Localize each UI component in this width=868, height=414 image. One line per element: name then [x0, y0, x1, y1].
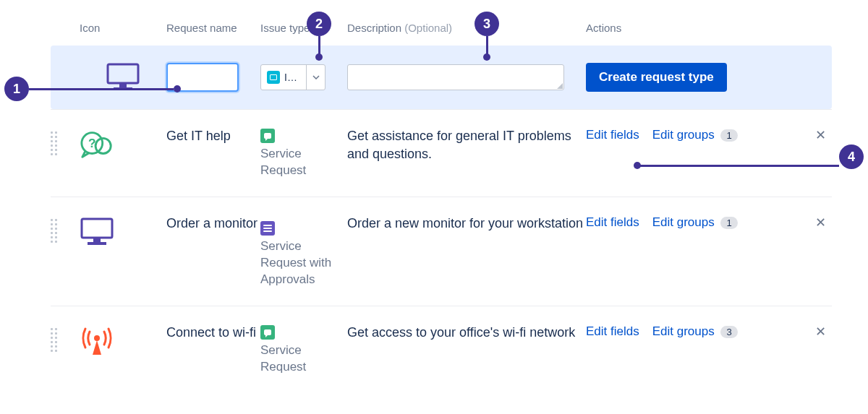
monitor-icon: [80, 215, 114, 249]
groups-count-badge: 1: [720, 129, 737, 142]
edit-fields-link[interactable]: Edit fields: [586, 215, 639, 230]
edit-fields-link[interactable]: Edit fields: [586, 128, 639, 142]
issue-type-cell: Service Request with Approvals: [260, 215, 347, 288]
actions-cell: Edit fields Edit groups 1 ✕: [586, 127, 832, 143]
service-request-approvals-icon: [260, 221, 275, 236]
service-request-icon: [260, 129, 275, 143]
svg-rect-0: [108, 64, 138, 83]
description: Get assistance for general IT problems a…: [347, 127, 586, 163]
svg-rect-6: [82, 219, 112, 238]
col-header-description: Description (Optional): [347, 19, 586, 34]
create-request-row: I… Create request type: [51, 46, 832, 109]
drag-handle-icon[interactable]: [51, 219, 61, 242]
svg-text:?: ?: [88, 136, 96, 150]
close-icon[interactable]: ✕: [815, 127, 832, 143]
col-header-name: Request name: [166, 19, 260, 34]
description: Get access to your office's wi-fi networ…: [347, 324, 586, 342]
description-input[interactable]: [347, 64, 564, 90]
col-header-issue: Issue type: [260, 19, 347, 34]
issue-type-icon: [267, 71, 280, 84]
request-name: Connect to wi-fi: [166, 324, 260, 341]
description: Order a new monitor for your workstation: [347, 215, 586, 233]
callout-1: 1: [4, 77, 29, 101]
callout-3: 3: [475, 12, 499, 36]
callout-2: 2: [307, 12, 331, 36]
col-header-actions: Actions: [586, 19, 832, 34]
drag-handle-icon[interactable]: [51, 131, 61, 155]
table-header: Icon Request name Issue type Description…: [51, 19, 832, 46]
question-bubble-icon: ?: [80, 127, 114, 162]
svg-rect-1: [119, 83, 127, 87]
drag-handle-icon[interactable]: [51, 328, 61, 351]
table-row: Connect to wi-fi Service Request Get acc…: [51, 306, 832, 393]
groups-count-badge: 1: [720, 217, 737, 229]
groups-count-badge: 3: [720, 326, 737, 338]
callout-4: 4: [839, 145, 864, 169]
edit-groups-link[interactable]: Edit groups: [652, 215, 715, 229]
table-row: Order a monitor Service Request with App…: [51, 197, 832, 306]
actions-cell: Edit fields Edit groups 3 ✕: [586, 324, 832, 340]
table-row: ? Get IT help Service Request Get assist…: [51, 109, 832, 197]
edit-groups-link[interactable]: Edit groups: [652, 128, 715, 142]
wifi-antenna-icon: [80, 324, 114, 358]
service-request-icon: [260, 325, 275, 340]
close-icon[interactable]: ✕: [815, 324, 832, 340]
issue-type-select[interactable]: I…: [260, 64, 326, 90]
actions-cell: Edit fields Edit groups 1 ✕: [586, 215, 832, 230]
issue-type-cell: Service Request: [260, 127, 347, 179]
create-request-type-button[interactable]: Create request type: [586, 63, 727, 92]
request-name: Order a monitor: [166, 215, 260, 232]
svg-point-9: [94, 335, 100, 341]
col-header-icon: Icon: [80, 19, 166, 34]
request-types-table: Icon Request name Issue type Description…: [51, 19, 832, 393]
edit-fields-link[interactable]: Edit fields: [586, 324, 639, 339]
issue-type-cell: Service Request: [260, 324, 347, 376]
chevron-down-icon[interactable]: [306, 65, 325, 90]
svg-rect-7: [93, 238, 101, 242]
request-name: Get IT help: [166, 127, 260, 145]
close-icon[interactable]: ✕: [815, 215, 832, 230]
edit-groups-link[interactable]: Edit groups: [652, 324, 715, 338]
svg-rect-8: [88, 242, 106, 245]
